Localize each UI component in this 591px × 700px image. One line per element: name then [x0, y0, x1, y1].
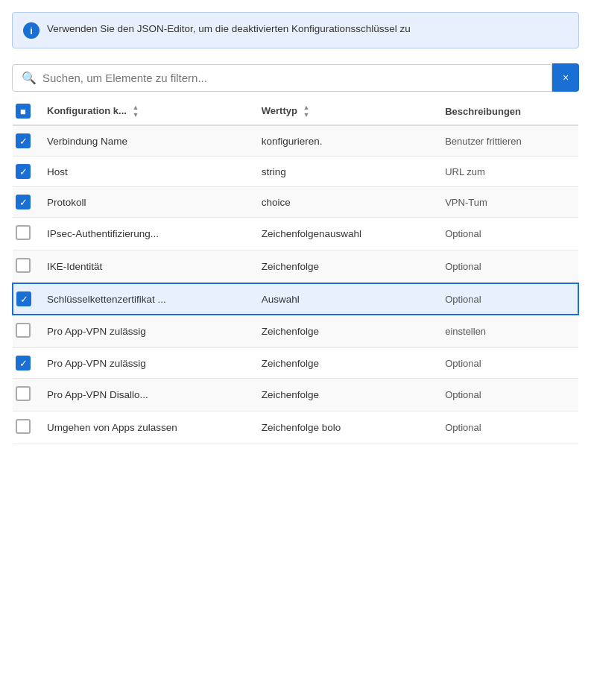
row-name: IKE-Identität	[42, 250, 257, 284]
row-type: Zeichenfolge bolo	[257, 412, 440, 444]
row-name: Pro App-VPN Disallo...	[42, 379, 257, 412]
row-desc: Optional	[440, 412, 578, 444]
name-sort-icon[interactable]: ▲▼	[133, 104, 139, 119]
row-desc: Optional	[440, 348, 578, 379]
header-checkbox-check-icon: ■	[20, 106, 26, 117]
info-icon: i	[23, 22, 39, 39]
row-name: Pro App-VPN zulässig	[42, 348, 257, 379]
row-desc: URL zum	[440, 157, 578, 187]
row-name: Pro App-VPN zulässig	[42, 315, 257, 348]
row-name: Host	[42, 157, 257, 187]
row-name: Verbindung Name	[42, 125, 257, 157]
search-icon: 🔍	[22, 71, 37, 85]
config-table: ■ Konfiguration k... ▲▼ Werttyp ▲▼ Be	[12, 98, 579, 444]
row-desc: Optional	[440, 283, 578, 315]
row-checkbox[interactable]	[16, 386, 31, 401]
row-desc: VPN-Tum	[440, 187, 578, 218]
row-name: Umgehen von Apps zulassen	[42, 412, 257, 444]
row-checkbox-cell[interactable]	[13, 315, 42, 348]
table-row[interactable]: ✓Verbindung Namekonfigurieren.Benutzer f…	[13, 125, 578, 157]
table-container: ■ Konfiguration k... ▲▼ Werttyp ▲▼ Be	[12, 98, 579, 444]
row-checkbox-cell[interactable]	[13, 218, 42, 250]
row-checkbox-cell[interactable]: ✓	[13, 125, 42, 157]
table-row[interactable]: Umgehen von Apps zulassenZeichenfolge bo…	[13, 412, 578, 444]
row-checkbox-cell[interactable]: ✓	[13, 157, 42, 187]
row-type: choice	[257, 187, 440, 218]
header-type-label: Werttyp	[262, 104, 297, 116]
search-bar-container: 🔍 ×	[12, 63, 579, 92]
type-sort-icon[interactable]: ▲▼	[303, 104, 310, 119]
row-checkbox-cell[interactable]: ✓	[13, 187, 42, 218]
row-checkbox[interactable]: ✓	[16, 133, 31, 148]
table-row[interactable]: ✓Schlüsselkettenzertifikat ...AuswahlOpt…	[13, 283, 578, 315]
row-desc: Optional	[440, 218, 578, 250]
row-type: Zeichenfolge	[257, 315, 440, 348]
header-desc: Beschreibungen	[440, 98, 578, 125]
header-checkbox[interactable]: ■	[16, 104, 31, 119]
search-clear-button[interactable]: ×	[552, 63, 579, 92]
row-checkbox[interactable]: ✓	[16, 291, 31, 306]
header-name-label: Konfiguration k...	[47, 104, 127, 116]
table-body: ✓Verbindung Namekonfigurieren.Benutzer f…	[13, 125, 578, 444]
row-checkbox[interactable]	[16, 419, 31, 434]
header-desc-label: Beschreibungen	[445, 106, 521, 117]
row-type: konfigurieren.	[257, 125, 440, 157]
row-type: Zeichenfolge	[257, 348, 440, 379]
row-checkbox[interactable]	[16, 225, 31, 240]
table-row[interactable]: ✓HoststringURL zum	[13, 157, 578, 187]
row-desc: Benutzer frittieren	[440, 125, 578, 157]
row-desc: einstellen	[440, 315, 578, 348]
header-checkbox-cell[interactable]: ■	[13, 98, 42, 125]
row-checkbox[interactable]: ✓	[16, 195, 31, 209]
row-checkbox-cell[interactable]	[13, 250, 42, 284]
row-name: IPsec-Authentifizierung...	[42, 218, 257, 250]
search-input[interactable]	[42, 72, 543, 84]
info-banner: i Verwenden Sie den JSON-Editor, um die …	[12, 12, 579, 48]
row-type: Auswahl	[257, 283, 440, 315]
table-row[interactable]: IKE-IdentitätZeichenfolgeOptional	[13, 250, 578, 284]
table-row[interactable]: Pro App-VPN zulässigZeichenfolgeeinstell…	[13, 315, 578, 348]
row-checkbox-cell[interactable]: ✓	[13, 283, 42, 315]
row-checkbox[interactable]	[16, 258, 31, 273]
row-desc: Optional	[440, 250, 578, 284]
row-type: string	[257, 157, 440, 187]
search-bar: 🔍	[12, 64, 552, 92]
info-banner-text: Verwenden Sie den JSON-Editor, um die de…	[47, 22, 411, 37]
row-name: Protokoll	[42, 187, 257, 218]
row-checkbox-cell[interactable]	[13, 412, 42, 444]
table-row[interactable]: ✓ProtokollchoiceVPN-Tum	[13, 187, 578, 218]
row-desc: Optional	[440, 379, 578, 412]
table-row[interactable]: ✓Pro App-VPN zulässigZeichenfolgeOptiona…	[13, 348, 578, 379]
header-type: Werttyp ▲▼	[257, 98, 440, 125]
row-checkbox-cell[interactable]: ✓	[13, 348, 42, 379]
row-checkbox-cell[interactable]	[13, 379, 42, 412]
row-type: Zeichenfolgenauswahl	[257, 218, 440, 250]
row-checkbox[interactable]: ✓	[16, 164, 31, 179]
row-checkbox[interactable]	[16, 323, 31, 338]
header-name: Konfiguration k... ▲▼	[42, 98, 257, 125]
row-name: Schlüsselkettenzertifikat ...	[42, 283, 257, 315]
table-row[interactable]: IPsec-Authentifizierung...Zeichenfolgena…	[13, 218, 578, 250]
row-checkbox[interactable]: ✓	[16, 356, 31, 371]
table-header-row: ■ Konfiguration k... ▲▼ Werttyp ▲▼ Be	[13, 98, 578, 125]
row-type: Zeichenfolge	[257, 379, 440, 412]
table-row[interactable]: Pro App-VPN Disallo...ZeichenfolgeOption…	[13, 379, 578, 412]
row-type: Zeichenfolge	[257, 250, 440, 284]
